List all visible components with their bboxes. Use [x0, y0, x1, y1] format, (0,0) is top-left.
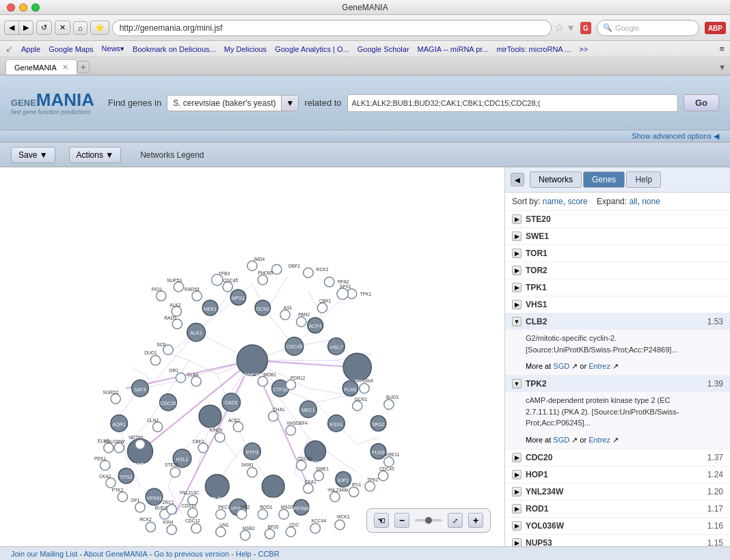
new-tab-button[interactable]: + — [77, 61, 90, 73]
footer-previous-version[interactable]: Go to previous version — [154, 550, 229, 558]
gene-row-rod1[interactable]: ▶ ROD1 1.17 — [505, 501, 730, 517]
gene-row-nup53[interactable]: ▶ NUP53 1.15 — [505, 535, 730, 547]
gene-row-cdc20[interactable]: ▶ CDC20 1.37 — [505, 449, 730, 466]
svg-point-148 — [150, 355, 160, 365]
svg-text:GCN1: GCN1 — [355, 397, 368, 402]
bookmark-news[interactable]: News▾ — [102, 44, 125, 53]
tab-help[interactable]: Help — [626, 171, 661, 188]
gene-expand-tor1[interactable]: ▶ — [512, 249, 522, 258]
gene-expand-rod1[interactable]: ▶ — [512, 504, 522, 514]
gene-row-tor1[interactable]: ▶ TOR1 — [505, 245, 730, 262]
nav-back-fwd[interactable]: ◀ ▶ — [4, 20, 33, 35]
footer-ccbr[interactable]: CCBR — [258, 550, 279, 558]
network-graph[interactable]: CDC28 BUD32 TOR2 CLB2 BUB1 CAK1 — [0, 167, 504, 546]
actions-button[interactable]: Actions ▼ — [69, 147, 122, 163]
gene-row-tpk1[interactable]: ▶ TPK1 — [505, 279, 730, 296]
gene-row-hop1[interactable]: ▶ HOP1 1.24 — [505, 466, 730, 483]
gene-expand-ynl234w[interactable]: ▶ — [512, 487, 522, 496]
gene-row-tpk2[interactable]: ▼ TPK2 1.39 — [505, 376, 730, 392]
footer-about[interactable]: About GeneMANIA — [83, 550, 147, 558]
zoom-in-button[interactable]: + — [468, 513, 483, 528]
clb2-entrez-link[interactable]: Entrez — [589, 362, 610, 370]
svg-text:MEC1: MEC1 — [301, 408, 315, 413]
svg-text:RCK2: RCK2 — [139, 517, 152, 522]
tpk2-sgd-link[interactable]: SGD — [553, 436, 569, 444]
graph-area[interactable]: CDC28 BUD32 TOR2 CLB2 BUB1 CAK1 — [0, 167, 504, 546]
bookmark-scholar[interactable]: Google Scholar — [357, 45, 409, 53]
bookmark-manage-icon[interactable]: ≡ — [719, 44, 725, 54]
gene-row-vhs1[interactable]: ▶ VHS1 — [505, 296, 730, 313]
zoom-slider-thumb[interactable] — [425, 517, 432, 524]
gene-row-clb2[interactable]: ▼ CLB2 1.53 — [505, 313, 730, 330]
gene-detail-links-clb2: More at SGD ↗ or Entrez ↗ — [505, 361, 730, 375]
panel-tabs: Networks Genes Help — [530, 171, 661, 188]
advanced-options-link[interactable]: Show advanced options ◀ — [632, 132, 719, 140]
window-controls[interactable] — [7, 3, 40, 12]
address-bar[interactable]: http://genemania.org/mini.jsf — [112, 20, 552, 36]
bookmark-mirtools[interactable]: mirTools: microRNA ... — [497, 45, 571, 53]
gene-expand-vhs1[interactable]: ▶ — [512, 300, 522, 309]
pan-button[interactable]: ☜ — [374, 513, 389, 528]
back-button[interactable]: ◀ — [4, 20, 19, 35]
gene-expand-swe1[interactable]: ▶ — [512, 232, 522, 241]
expand-none[interactable]: none — [642, 197, 660, 206]
tpk2-entrez-link[interactable]: Entrez — [589, 436, 610, 444]
gene-expand-tpk2[interactable]: ▼ — [512, 379, 522, 389]
search-bar[interactable]: 🔍 Google — [597, 20, 699, 36]
clb2-sgd-link[interactable]: SGD — [553, 362, 569, 370]
close-button[interactable] — [7, 3, 15, 12]
go-button[interactable]: Go — [684, 94, 719, 111]
gene-item-rod1: ▶ ROD1 1.17 — [505, 501, 730, 518]
bookmark-mydelicious[interactable]: My Delicious — [224, 45, 267, 53]
gene-row-tor2[interactable]: ▶ TOR2 — [505, 262, 730, 279]
gene-name-yol036w: YOL036W — [526, 521, 707, 531]
zoom-fit-button[interactable]: ⤢ — [448, 513, 463, 528]
tab-list-icon[interactable]: ▾ — [720, 61, 725, 72]
gene-row-yol036w[interactable]: ▶ YOL036W 1.16 — [505, 518, 730, 534]
tab-genes[interactable]: Genes — [583, 171, 625, 188]
gene-expand-nup53[interactable]: ▶ — [512, 538, 522, 547]
footer-help[interactable]: Help — [236, 550, 252, 558]
bookmark-star[interactable]: ☆ — [554, 21, 564, 34]
bookmark-googlemaps[interactable]: Google Maps — [49, 45, 93, 53]
tab-genemania[interactable]: GeneMANIA ✕ — [5, 59, 77, 74]
bookmark-apple[interactable]: Apple — [21, 45, 40, 53]
gene-expand-cdc20[interactable]: ▶ — [512, 453, 522, 462]
gene-item-hop1: ▶ HOP1 1.24 — [505, 466, 730, 484]
expand-all[interactable]: all — [629, 197, 637, 206]
gene-name-tpk2: TPK2 — [526, 379, 707, 389]
home-button[interactable]: ⌂ — [73, 21, 87, 35]
gene-expand-tpk1[interactable]: ▶ — [512, 283, 522, 292]
zoom-slider[interactable] — [415, 519, 442, 522]
gene-row-swe1[interactable]: ▶ SWE1 — [505, 228, 730, 244]
reload-button[interactable]: ↺ — [36, 20, 52, 35]
gene-query-input[interactable] — [347, 94, 678, 112]
footer-mailing-list[interactable]: Join our Mailing List — [11, 550, 77, 558]
organism-dropdown[interactable]: ▼ — [281, 96, 298, 111]
zoom-out-button[interactable]: − — [394, 513, 409, 528]
tab-networks[interactable]: Networks — [530, 171, 582, 188]
gene-expand-yol036w[interactable]: ▶ — [512, 521, 522, 531]
panel-collapse-button[interactable]: ◀ — [511, 173, 524, 186]
bookmark-magia[interactable]: MAGIA -- miRNA pr... — [418, 45, 489, 53]
gene-expand-tor2[interactable]: ▶ — [512, 266, 522, 275]
bookmark-star2[interactable]: ▾ — [568, 21, 573, 34]
tab-close-icon[interactable]: ✕ — [62, 63, 68, 72]
bookmark-delicious[interactable]: Bookmark on Delicious... — [133, 45, 216, 53]
gene-expand-clb2[interactable]: ▼ — [512, 317, 522, 326]
svg-text:TOR2: TOR2 — [133, 462, 147, 468]
stop-button[interactable]: ✕ — [55, 20, 70, 35]
save-button[interactable]: Save ▼ — [11, 147, 55, 163]
bookmark-more[interactable]: >> — [579, 45, 588, 53]
gene-row-ynl234w[interactable]: ▶ YNL234W 1.20 — [505, 484, 730, 500]
sort-by-name[interactable]: name — [543, 197, 563, 206]
bookmark-button[interactable]: ⭐ — [90, 20, 109, 35]
maximize-button[interactable] — [31, 3, 40, 12]
gene-expand-ste20[interactable]: ▶ — [512, 214, 522, 224]
bookmark-analytics[interactable]: Google Analytics | O... — [275, 45, 349, 53]
gene-expand-hop1[interactable]: ▶ — [512, 470, 522, 479]
gene-row-ste20[interactable]: ▶ STE20 — [505, 211, 730, 227]
minimize-button[interactable] — [19, 3, 27, 12]
forward-button[interactable]: ▶ — [19, 20, 33, 35]
sort-by-score[interactable]: score — [567, 197, 587, 206]
